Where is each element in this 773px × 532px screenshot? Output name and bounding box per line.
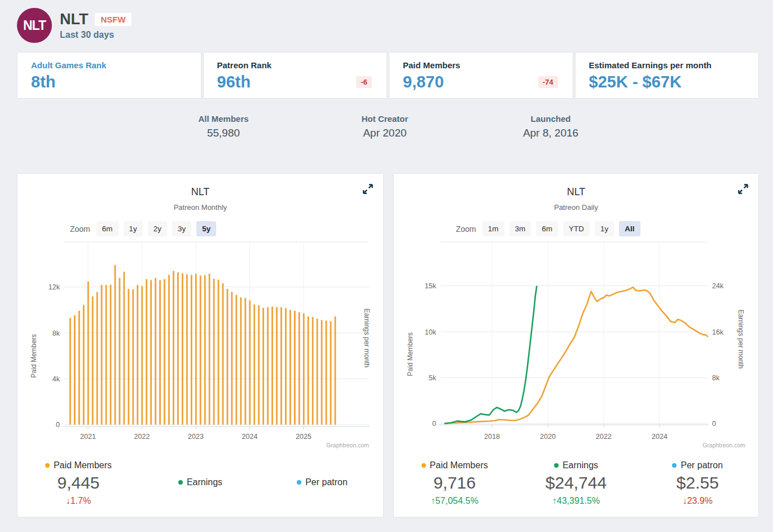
stat-label-adult-games-rank[interactable]: Adult Games Rank <box>31 60 186 70</box>
zoom-label: Zoom <box>70 225 90 234</box>
legend-label-paid-members: Paid Members <box>54 460 112 471</box>
zoom-ytd-button[interactable]: YTD <box>563 221 590 236</box>
svg-text:2018: 2018 <box>484 433 500 441</box>
legend-value-earnings: $24,744 <box>546 473 607 493</box>
svg-text:2021: 2021 <box>80 433 96 441</box>
daily-chart-subtitle: Patreon Daily <box>394 203 758 212</box>
svg-text:8k: 8k <box>712 374 720 382</box>
stat-label-patreon-rank: Patreon Rank <box>217 60 372 70</box>
monthly-chart-title: NLT <box>17 186 383 198</box>
monthly-chart-card: NLT Patreon Monthly Zoom6m1y2y3y5y 04k8k… <box>17 173 384 517</box>
stat-label-paid-members: Paid Members <box>403 60 558 70</box>
daily-chart-plot[interactable]: 05k10k15k08k16k24k2018202020222024Paid M… <box>396 238 759 455</box>
svg-text:5k: 5k <box>429 374 437 382</box>
graphtreon-creator-page: NLT NLT NSFW Last 30 days Adult Games Ra… <box>0 0 773 532</box>
creator-heading: NLT NSFW Last 30 days <box>60 11 131 40</box>
legend-toggle-paid-members[interactable]: Paid Members <box>421 460 488 471</box>
monthly-chart-plot[interactable]: 04k8k12k20212022202320242025Paid Members… <box>19 238 383 455</box>
zoom-1y-button[interactable]: 1y <box>124 221 143 236</box>
zoom-3y-button[interactable]: 3y <box>172 221 191 236</box>
legend-label-earnings: Earnings <box>563 460 598 471</box>
substat-value-launched: Apr 8, 2016 <box>523 127 578 139</box>
expand-daily-chart-icon[interactable] <box>737 183 749 195</box>
legend-toggle-paid-members[interactable]: Paid Members <box>45 460 112 471</box>
stat-card-paid-members: Paid Members9,870-74 <box>389 52 573 99</box>
substat-label-all-members: All Members <box>198 114 248 124</box>
svg-text:16k: 16k <box>712 328 724 336</box>
legend-value-paid-members: 9,716 <box>433 473 476 493</box>
monthly-chart-subtitle: Patreon Monthly <box>17 203 383 212</box>
stat-card-adult-games-rank: Adult Games Rank8th <box>17 52 201 99</box>
daily-line-paid-members[interactable] <box>445 287 708 423</box>
arrow-up-icon: ↑ <box>552 496 557 505</box>
daily-chart-title: NLT <box>394 186 758 198</box>
daily-zoom-selector: Zoom1m3m6mYTD1yAll <box>456 221 640 236</box>
zoom-3m-button[interactable]: 3m <box>510 221 532 236</box>
legend-label-per-patron: Per patron <box>305 477 348 487</box>
daily-chart-card: NLT Patreon Daily Zoom1m3m6mYTD1yAll 05k… <box>393 173 759 517</box>
monthly-right-axis-title: Earnings per month <box>363 309 371 368</box>
zoom-1y-button[interactable]: 1y <box>595 221 614 236</box>
stat-value-patreon-rank: 96th <box>217 74 251 90</box>
arrow-down-icon: ↓ <box>683 496 687 505</box>
legend-value-paid-members: 9,445 <box>57 473 99 493</box>
stat-delta-badge-paid-members: -74 <box>538 76 558 88</box>
svg-text:0: 0 <box>712 420 716 428</box>
arrow-down-icon: ↓ <box>66 496 71 505</box>
creator-name: NLT <box>60 11 88 28</box>
nsfw-badge: NSFW <box>95 13 131 26</box>
legend-item-earnings: Earnings <box>139 460 261 512</box>
legend-delta-paid-members: ↓1.7% <box>66 496 91 506</box>
graphtreon-watermark-link[interactable]: Graphtreon.com <box>702 442 745 449</box>
substat-all-members: All Members55,980 <box>198 114 248 139</box>
legend-toggle-per-patron[interactable]: Per patron <box>672 460 723 471</box>
legend-toggle-earnings[interactable]: Earnings <box>554 460 598 471</box>
legend-label-earnings: Earnings <box>187 477 222 487</box>
svg-text:12k: 12k <box>49 283 60 291</box>
zoom-6m-button[interactable]: 6m <box>96 221 118 236</box>
legend-item-per-patron: Per patron$2.55↓23.9% <box>637 460 758 512</box>
legend-dot-per-patron-icon <box>672 463 677 468</box>
stat-label-estimated-earnings-per-month: Estimated Earnings per month <box>589 60 744 70</box>
zoom-6m-button[interactable]: 6m <box>536 221 558 236</box>
zoom-1m-button[interactable]: 1m <box>482 221 504 236</box>
legend-delta-per-patron: ↓23.9% <box>683 496 713 506</box>
legend-dot-earnings-icon <box>178 480 183 485</box>
expand-monthly-chart-icon[interactable] <box>362 183 374 195</box>
stat-value-adult-games-rank: 8th <box>31 74 56 90</box>
monthly-bars-paid-members[interactable] <box>69 265 336 425</box>
stat-card-patreon-rank: Patreon Rank96th-6 <box>203 52 388 99</box>
legend-delta-text-paid-members: 57,054.5% <box>435 496 478 505</box>
monthly-x-axis-labels: 20212022202320242025 <box>80 433 311 441</box>
substat-hot-creator: Hot CreatorApr 2020 <box>362 114 409 139</box>
daily-line-earnings[interactable] <box>445 287 537 424</box>
daily-x-axis-labels: 2018202020222024 <box>484 433 667 441</box>
monthly-y-axis-labels: 04k8k12k <box>49 283 60 429</box>
zoom-5y-button[interactable]: 5y <box>196 221 216 236</box>
legend-item-paid-members: Paid Members9,445↓1.7% <box>17 460 139 512</box>
zoom-2y-button[interactable]: 2y <box>148 221 167 236</box>
substat-value-hot-creator: Apr 2020 <box>362 127 409 139</box>
stat-delta-badge-patreon-rank: -6 <box>356 76 372 88</box>
legend-toggle-earnings[interactable]: Earnings <box>178 477 222 487</box>
expand-icon <box>362 183 374 195</box>
stat-value-estimated-earnings-per-month: $25K - $67K <box>589 74 682 90</box>
legend-toggle-per-patron[interactable]: Per patron <box>297 477 348 487</box>
substat-launched: LaunchedApr 8, 2016 <box>523 114 578 139</box>
svg-text:2025: 2025 <box>296 433 311 441</box>
stat-card-estimated-earnings-per-month: Estimated Earnings per month$25K - $67K <box>575 52 759 99</box>
monthly-zoom-selector: Zoom6m1y2y3y5y <box>70 221 216 236</box>
daily-y-axis-right-labels: 08k16k24k <box>712 282 724 428</box>
legend-delta-text-per-patron: 23.9% <box>687 496 713 505</box>
zoom-all-button[interactable]: All <box>619 221 640 236</box>
creator-avatar-text: NLT <box>23 18 46 33</box>
svg-text:2024: 2024 <box>652 433 667 441</box>
legend-label-per-patron: Per patron <box>680 460 723 471</box>
legend-item-paid-members: Paid Members9,716↑57,054.5% <box>394 460 515 512</box>
svg-text:0: 0 <box>432 420 436 428</box>
legend-dot-per-patron-icon <box>297 480 301 485</box>
legend-dot-earnings-icon <box>554 463 559 468</box>
graphtreon-watermark-link[interactable]: Graphtreon.com <box>326 442 369 449</box>
legend-delta-text-earnings: 43,391.5% <box>557 496 600 505</box>
svg-text:2022: 2022 <box>134 433 150 441</box>
